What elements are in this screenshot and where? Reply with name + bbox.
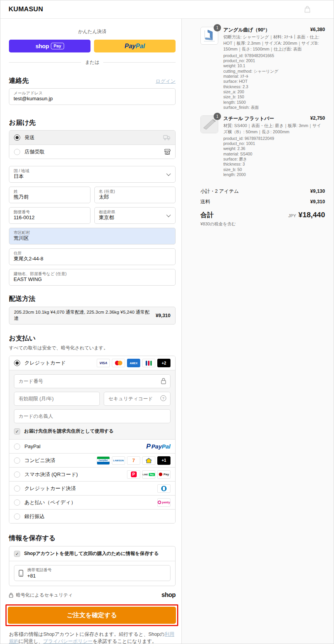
- familymart-icon: FamilyMart: [97, 456, 110, 465]
- qr-pay-option[interactable]: スマホ決済 (QRコード) P LINEPay Pay: [9, 467, 175, 481]
- phone-field[interactable]: 携帯電話番号 +81: [14, 565, 170, 581]
- billing-address-checkbox[interactable]: ✓: [14, 428, 20, 435]
- paypal-wordmark-pal: Pal: [136, 43, 145, 50]
- item-variant: 材質: SS400｜表面・仕上: 磨き｜板厚: 3mm｜サイズ横（B）: 50m…: [223, 123, 325, 135]
- item-property: thickness: 2.3: [223, 84, 325, 89]
- lawson-icon: LAWSON: [112, 456, 125, 465]
- or-divider: または: [9, 59, 176, 66]
- privacy-link[interactable]: プライバシーポリシー: [43, 639, 92, 644]
- country-select[interactable]: 国 / 地域 日本: [9, 166, 176, 183]
- pickup-option[interactable]: 店舗受取: [9, 145, 175, 159]
- city-field[interactable]: 市区町村 荒川区: [9, 228, 176, 244]
- radio-selected[interactable]: [14, 360, 20, 366]
- payment-subtitle: すべての取引は安全で、暗号化されています。: [9, 345, 176, 351]
- building-field[interactable]: 建物名、部屋番号など (任意) EAST WING: [9, 269, 176, 286]
- header: KUMASUN: [0, 0, 334, 19]
- email-value: test@kumasun.jp: [14, 96, 171, 102]
- email-field[interactable]: メールアドレス test@kumasun.jp: [9, 88, 176, 105]
- card-form: ? ✓ お届け先住所を請求先住所として使用する: [9, 370, 175, 439]
- jcb-icon: [142, 359, 155, 367]
- submit-order-button[interactable]: ご注文を確定する: [8, 607, 176, 624]
- expiry-input[interactable]: [14, 392, 100, 406]
- order-item: 1 アングル曲げ（90°） ¥6,380 切断方法: シャーリング｜材料: ｽﾁ…: [200, 27, 325, 110]
- subtotal-row: 小計・2 アイテム ¥9,130: [200, 188, 325, 195]
- shop-pay-button[interactable]: shop Pay: [9, 40, 90, 52]
- paidy-option[interactable]: あと払い（ペイディ） paidy: [9, 495, 175, 509]
- address-field[interactable]: 住所 東尾久2-44-8: [9, 248, 176, 265]
- payment-method-group: クレジットカード VISA AMEX +2: [9, 356, 176, 524]
- item-property: thickness: 3: [223, 162, 325, 167]
- card-number-input[interactable]: [14, 374, 170, 388]
- card-name-input[interactable]: [14, 409, 170, 423]
- security-note: 暗号化によるセキュリティ: [16, 592, 73, 599]
- checkout-form-column: かんたん決済 shop Pay PayPal または 連絡先 ログイン メールア…: [0, 19, 182, 644]
- cart-bag-icon[interactable]: [304, 6, 310, 13]
- item-property: product_no: 2001: [223, 58, 325, 63]
- currency-label: JPY: [288, 213, 296, 218]
- save-info-checkbox[interactable]: ✓: [14, 551, 20, 557]
- item-title: アングル曲げ（90°）: [223, 27, 270, 33]
- quantity-badge: 1: [214, 24, 221, 31]
- item-price: ¥2,750: [310, 115, 325, 122]
- more-konbini-badge: +1: [157, 456, 170, 465]
- item-property: size_b: 50: [223, 167, 325, 172]
- quantity-badge: 1: [214, 113, 221, 120]
- tax-note: ¥830の税金を含む: [200, 221, 325, 227]
- shipping-method-text: 205.23cm 10.1kg ¥4,070 通常配達, 225.3cm 2.3…: [14, 309, 152, 322]
- first-name-field[interactable]: 名 (任意) 太郎: [94, 187, 176, 203]
- login-link[interactable]: ログイン: [156, 78, 176, 85]
- paypal-wordmark-pay: Pay: [125, 43, 136, 50]
- contact-heading: 連絡先: [9, 76, 29, 85]
- item-property: material: SS400: [223, 152, 325, 157]
- item-property: length: 2000: [223, 172, 325, 177]
- shop-logo: shop: [162, 592, 176, 599]
- shipping-option[interactable]: 発送: [9, 131, 175, 145]
- item-thumbnail: 1: [200, 27, 218, 45]
- item-price: ¥6,380: [310, 27, 325, 33]
- save-info-box: ✓ Shopアカウントを使用して次回の購入のために情報を保存する 携帯電話番号 …: [9, 546, 176, 586]
- item-property: weight: 2.36: [223, 146, 325, 151]
- item-variant: 切断方法: シャーリング｜材料: ｽﾁｰﾙ｜表面・仕上: HOT｜板厚: 2.3…: [223, 34, 325, 52]
- item-property: material: ｽﾁｰﾙ: [223, 74, 325, 79]
- paypal-express-button[interactable]: PayPal: [94, 40, 176, 52]
- diners-icon: [157, 484, 170, 493]
- item-thumbnail: 1: [200, 115, 218, 133]
- item-property: length: 1500: [223, 100, 325, 105]
- store-icon: [164, 149, 170, 155]
- shipping-method-price: ¥9,310: [156, 313, 170, 318]
- email-label: メールアドレス: [14, 91, 171, 96]
- visa-icon: VISA: [97, 359, 110, 367]
- ministop-icon: [142, 456, 155, 465]
- header-logo[interactable]: KUMASUN: [9, 5, 43, 13]
- shop-pay-badge: Pay: [51, 43, 64, 49]
- radio-selected[interactable]: [14, 134, 20, 141]
- last-name-field[interactable]: 姓 熊乃前: [9, 187, 90, 203]
- paypal-option[interactable]: PayPal PPayPal: [9, 439, 175, 453]
- item-property: product_id: 9789482041665: [223, 53, 325, 58]
- legal-text: お客様の情報はShopアカウントに保存されます。続行すると、Shopの利用規約に…: [9, 631, 176, 644]
- paypay-icon: P: [127, 470, 140, 479]
- shipping-row: 送料 ¥9,310: [200, 199, 325, 205]
- prefecture-select[interactable]: 都道府県 東京都: [94, 207, 176, 224]
- item-property: surface_finish: 表面: [223, 105, 325, 110]
- bank-transfer-option[interactable]: 銀行振込: [9, 509, 175, 523]
- seven-eleven-icon: 7: [127, 456, 140, 465]
- rakuten-pay-icon: Pay: [157, 470, 170, 479]
- credit-card-option[interactable]: クレジットカード VISA AMEX +2: [9, 356, 175, 370]
- shipping-method-row[interactable]: 205.23cm 10.1kg ¥4,070 通常配達, 225.3cm 2.3…: [9, 307, 176, 325]
- item-properties: product_id: 9789482041665 product_no: 20…: [223, 53, 325, 110]
- item-property: cutting_method: シャーリング: [223, 69, 325, 74]
- konbini-option[interactable]: コンビニ決済 FamilyMart LAWSON 7 +1: [9, 453, 175, 467]
- lock-icon: [161, 378, 166, 384]
- postal-code-field[interactable]: 郵便番号 116-0012: [9, 207, 90, 224]
- save-info-heading: 情報を保存する: [9, 534, 176, 543]
- more-cards-badge: +2: [157, 359, 170, 367]
- paidy-icon: paidy: [157, 498, 170, 507]
- radio-unselected[interactable]: [14, 149, 20, 155]
- paypal-logo: PPayPal: [146, 443, 170, 450]
- annotation-highlight: ご注文を確定する: [5, 604, 178, 626]
- credit-card-gateway-option[interactable]: クレジットカード決済: [9, 481, 175, 495]
- phone-icon: [19, 570, 23, 577]
- item-property: product_id: 9678978122049: [223, 136, 325, 141]
- item-property: weight: 10.1: [223, 63, 325, 68]
